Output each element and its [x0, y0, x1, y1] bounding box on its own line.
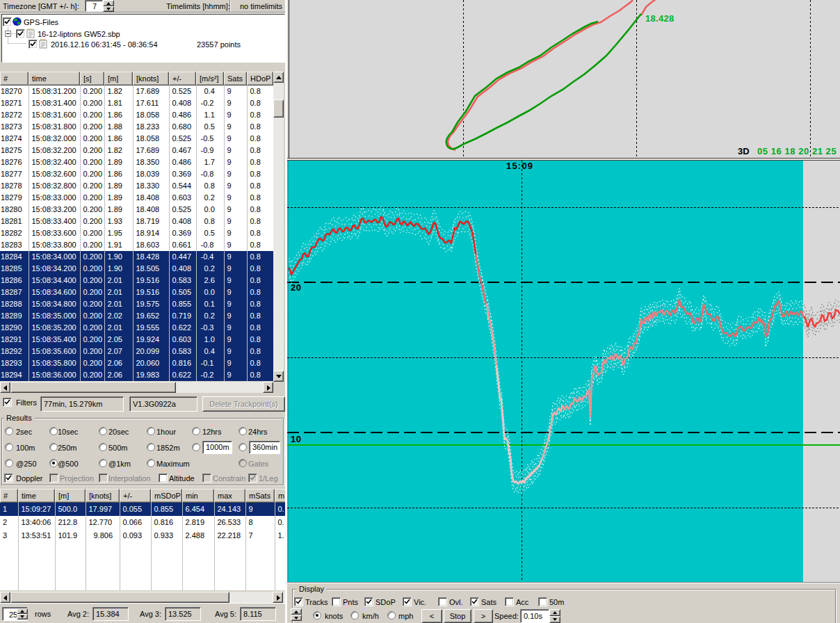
svg-text:10: 10 — [291, 434, 301, 444]
svg-text:05 16 18 20 21 25: 05 16 18 20 21 25 — [757, 146, 837, 156]
svg-text:15:09: 15:09 — [506, 161, 533, 171]
svg-text:20: 20 — [291, 282, 301, 293]
svg-text:18.428: 18.428 — [645, 13, 675, 24]
svg-text:3D: 3D — [738, 146, 750, 156]
